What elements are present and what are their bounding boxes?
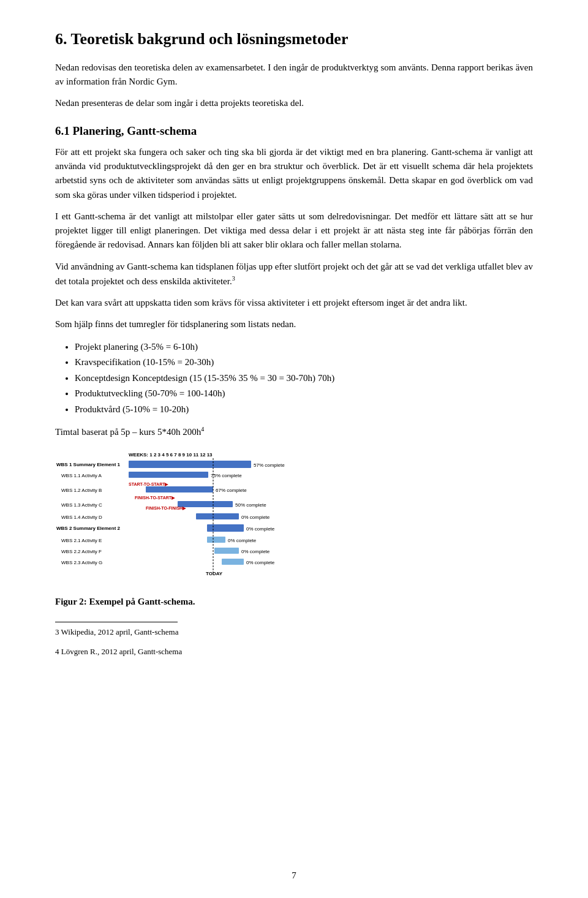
- svg-rect-20: [207, 524, 244, 532]
- body-paragraph-2: I ett Gantt-schema är det vanligt att mi…: [55, 209, 533, 252]
- body-paragraph-1: För att ett projekt ska fungera och sake…: [55, 145, 533, 202]
- svg-text:WBS 2.1  Activity E: WBS 2.1 Activity E: [61, 538, 102, 543]
- figure-container: WEEKS: 1 2 3 4 5 6 7 8 9 10 11 12 13 WBS…: [55, 450, 533, 609]
- svg-text:WBS 1.2  Activity B: WBS 1.2 Activity B: [61, 488, 102, 493]
- svg-text:75% complete: 75% complete: [211, 473, 242, 478]
- footnote-ref-3: 3: [232, 275, 235, 282]
- svg-text:START-TO-START▶: START-TO-START▶: [129, 482, 168, 486]
- svg-text:57% complete: 57% complete: [254, 462, 285, 468]
- footnote-divider: [55, 622, 178, 622]
- svg-rect-2: [129, 461, 251, 468]
- gantt-chart: WEEKS: 1 2 3 4 5 6 7 8 9 10 11 12 13 WBS…: [55, 450, 318, 592]
- list-item: Projekt planering (3-5% = 6-10h): [75, 339, 533, 355]
- svg-rect-29: [222, 559, 244, 565]
- svg-text:FINISH-TO-START▶: FINISH-TO-START▶: [135, 496, 175, 500]
- svg-rect-26: [214, 548, 239, 554]
- svg-rect-5: [129, 472, 208, 478]
- footnote-4: 4 Lövgren R., 2012 april, Gantt-schema: [55, 646, 533, 658]
- svg-text:WBS 1  Summary Element 1: WBS 1 Summary Element 1: [56, 462, 121, 467]
- svg-text:0% complete: 0% complete: [241, 549, 270, 554]
- svg-rect-23: [207, 537, 225, 543]
- svg-text:WBS 2  Summary Element 2: WBS 2 Summary Element 2: [56, 526, 121, 531]
- list-item: Produktvård (5-10% = 10-20h): [75, 402, 533, 418]
- intro-paragraph-2: Nedan presenteras de delar som ingår i d…: [55, 96, 533, 110]
- footnote-3: 3 Wikipedia, 2012 april, Gantt-schema: [55, 626, 533, 638]
- list-item: Kravspecifikation (10-15% = 20-30h): [75, 355, 533, 371]
- svg-rect-9: [146, 486, 213, 492]
- section-1-title: 6.1 Planering, Gantt-schema: [55, 124, 533, 139]
- svg-text:0% complete: 0% complete: [228, 538, 257, 543]
- svg-text:WEEKS: 1  2  3  4  5  6  7  8 : WEEKS: 1 2 3 4 5 6 7 8 9 10 11 12 13: [129, 452, 213, 458]
- bullet-list: Projekt planering (3-5% = 6-10h) Kravspe…: [75, 339, 533, 418]
- svg-text:TODAY: TODAY: [206, 571, 223, 576]
- svg-text:50% complete: 50% complete: [235, 502, 266, 508]
- svg-text:67% complete: 67% complete: [216, 488, 247, 493]
- svg-text:WBS 1.4  Activity D: WBS 1.4 Activity D: [61, 515, 102, 520]
- svg-rect-13: [178, 501, 233, 507]
- svg-text:WBS 2.3  Activity G: WBS 2.3 Activity G: [61, 560, 102, 565]
- gantt-svg: WEEKS: 1 2 3 4 5 6 7 8 9 10 11 12 13 WBS…: [55, 450, 318, 591]
- svg-text:WBS 1.3  Activity C: WBS 1.3 Activity C: [61, 502, 102, 508]
- timtal-label: Timtal baserat på 5p – kurs 5*40h 200h: [55, 427, 201, 437]
- page-title: 6. Teoretisk bakgrund och lösningsmetode…: [55, 29, 533, 50]
- intro-paragraph: Nedan redovisas den teoretiska delen av …: [55, 61, 533, 89]
- page-number: 7: [292, 870, 296, 881]
- list-item: Konceptdesign Konceptdesign (15 (15-35% …: [75, 371, 533, 387]
- svg-text:0% complete: 0% complete: [241, 515, 270, 520]
- footnotes: 3 Wikipedia, 2012 april, Gantt-schema 4 …: [55, 626, 533, 658]
- svg-text:WBS 2.2  Activity F: WBS 2.2 Activity F: [61, 549, 102, 554]
- figure-caption: Figur 2: Exempel på Gantt-schema.: [55, 595, 533, 609]
- body-paragraph-4: Det kan vara svårt att uppskatta tiden s…: [55, 296, 533, 310]
- svg-text:FINISH-TO-FINISH▶: FINISH-TO-FINISH▶: [146, 506, 186, 510]
- body-paragraph-5: Som hjälp finns det tumregler för tidspl…: [55, 317, 533, 331]
- body-paragraph-3: Vid användning av Gantt-schema kan tidsp…: [55, 260, 533, 289]
- svg-text:0% complete: 0% complete: [246, 526, 275, 532]
- body-paragraph-3-text: Vid användning av Gantt-schema kan tidsp…: [55, 262, 533, 286]
- footnote-ref-4: 4: [201, 426, 204, 432]
- svg-rect-17: [196, 513, 239, 519]
- list-item: Produktutveckling (50-70% = 100-140h): [75, 386, 533, 402]
- timtal-text: Timtal baserat på 5p – kurs 5*40h 200h4: [55, 424, 533, 439]
- svg-text:WBS 1.1  Activity A: WBS 1.1 Activity A: [61, 473, 102, 478]
- svg-text:0% complete: 0% complete: [246, 560, 275, 565]
